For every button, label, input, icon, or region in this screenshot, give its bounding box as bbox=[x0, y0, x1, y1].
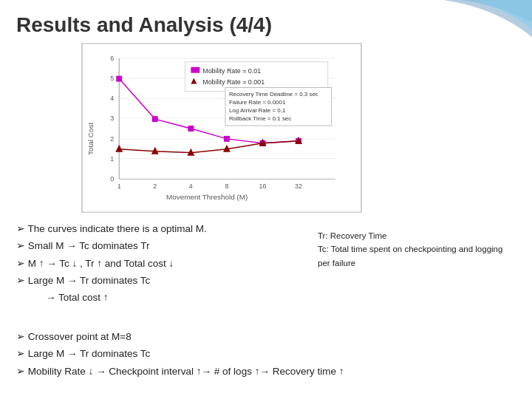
svg-rect-38 bbox=[191, 67, 200, 73]
info-line1: Tr: Recovery Time bbox=[318, 229, 510, 242]
bullet-5-text: → Total cost ↑ bbox=[46, 292, 109, 303]
info-line3: per failure bbox=[318, 256, 510, 270]
svg-text:Rollback Time = 0.1 sec: Rollback Time = 0.1 sec bbox=[229, 115, 291, 122]
svg-text:16: 16 bbox=[259, 183, 267, 190]
bottom-bullet-1-arrow: ➢ bbox=[16, 331, 25, 342]
bullet-3-text: M ↑ → Tc ↓ , Tr ↑ and Total cost ↓ bbox=[28, 258, 174, 269]
svg-rect-25 bbox=[116, 76, 122, 82]
bullet-3-arrow: ➢ bbox=[16, 258, 25, 269]
bullet-4-arrow: ➢ bbox=[16, 275, 25, 286]
page-title: Results and Analysis (4/4) bbox=[16, 13, 272, 37]
bottom-bullet-3-text: Mobility Rate ↓ → Checkpoint interval ↑→… bbox=[28, 366, 344, 377]
bullet-5: → Total cost ↑ bbox=[16, 290, 297, 305]
svg-text:0: 0 bbox=[110, 175, 114, 183]
bottom-bullet-2-arrow: ➢ bbox=[16, 348, 25, 359]
svg-text:1: 1 bbox=[117, 183, 121, 190]
bullet-3: ➢ M ↑ → Tc ↓ , Tr ↑ and Total cost ↓ bbox=[16, 256, 297, 271]
svg-text:5: 5 bbox=[110, 75, 114, 82]
bottom-bullet-1-text: Crossover point at M=8 bbox=[28, 331, 132, 342]
bottom-bullet-2-text: Large M → Tr dominates Tc bbox=[28, 348, 151, 359]
bullet-2-arrow: ➢ bbox=[16, 240, 25, 251]
bullet-4: ➢ Large M → Tr dominates Tc bbox=[16, 273, 297, 288]
svg-text:Mobility Rate = 0.001: Mobility Rate = 0.001 bbox=[202, 78, 265, 86]
bullet-1: ➢ The curves indicate there is a optimal… bbox=[16, 222, 297, 236]
bullet-2: ➢ Small M → Tc dominates Tr bbox=[16, 239, 297, 253]
svg-text:1: 1 bbox=[110, 155, 114, 163]
bullet-1-arrow: ➢ bbox=[16, 223, 25, 234]
bullet-1-text: The curves indicate there is a optimal M… bbox=[28, 223, 207, 234]
svg-text:Log Arrival Rate = 0.1: Log Arrival Rate = 0.1 bbox=[229, 107, 286, 114]
svg-text:Failure Rate = 0.0001: Failure Rate = 0.0001 bbox=[229, 99, 286, 106]
bullet-4-text: Large M → Tr dominates Tc bbox=[28, 275, 151, 286]
svg-rect-26 bbox=[152, 116, 158, 122]
svg-text:6: 6 bbox=[110, 55, 114, 62]
bottom-bullets-section: ➢ Crossover point at M=8 ➢ Large M → Tr … bbox=[16, 330, 519, 381]
bottom-bullet-1: ➢ Crossover point at M=8 bbox=[16, 330, 519, 344]
chart-container: Total Cost 0 1 2 3 4 5 6 1 2 4 8 16 32 M… bbox=[81, 43, 362, 213]
info-box: Tr: Recovery Time Tc: Total time spent o… bbox=[318, 229, 510, 270]
svg-text:Mobility Rate = 0.01: Mobility Rate = 0.01 bbox=[202, 67, 261, 75]
svg-text:Movement Threshold (M): Movement Threshold (M) bbox=[166, 193, 248, 201]
bottom-bullet-3-arrow: ➢ bbox=[16, 366, 25, 377]
bottom-bullet-3: ➢ Mobility Rate ↓ → Checkpoint interval … bbox=[16, 364, 519, 379]
svg-text:2: 2 bbox=[153, 183, 157, 190]
bullets-section: ➢ The curves indicate there is a optimal… bbox=[16, 222, 297, 307]
chart-svg: Total Cost 0 1 2 3 4 5 6 1 2 4 8 16 32 M… bbox=[82, 44, 361, 212]
svg-text:Total Cost: Total Cost bbox=[86, 123, 95, 155]
svg-text:8: 8 bbox=[225, 183, 228, 190]
svg-text:Recovery Time Deadline = 0.3 s: Recovery Time Deadline = 0.3 sec bbox=[229, 91, 318, 98]
svg-rect-27 bbox=[188, 126, 194, 132]
svg-text:4: 4 bbox=[110, 95, 114, 102]
svg-text:32: 32 bbox=[295, 183, 302, 190]
bg-decoration bbox=[384, 0, 532, 59]
svg-text:2: 2 bbox=[110, 135, 114, 143]
svg-text:3: 3 bbox=[110, 115, 114, 122]
info-line2: Tc: Total time spent on checkpointing an… bbox=[318, 242, 510, 256]
svg-rect-28 bbox=[224, 136, 230, 142]
svg-text:4: 4 bbox=[189, 183, 193, 190]
bullet-2-text: Small M → Tc dominates Tr bbox=[28, 240, 150, 251]
bottom-bullet-2: ➢ Large M → Tr dominates Tc bbox=[16, 347, 519, 361]
